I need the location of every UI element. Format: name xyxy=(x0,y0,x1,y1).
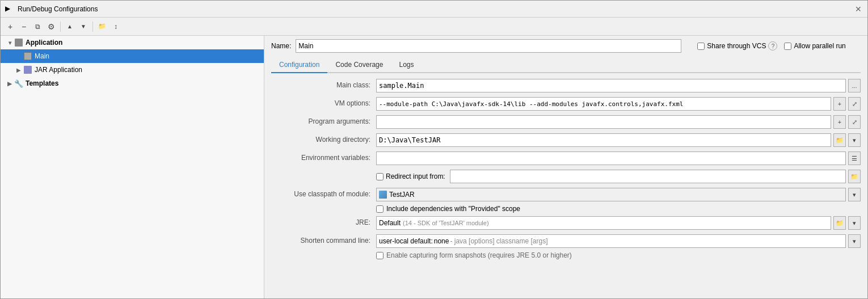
jre-control: Default (14 - SDK of 'TestJAR' module) 📁… xyxy=(376,216,861,230)
window-icon: ▶ xyxy=(5,5,14,14)
working-directory-browse-button[interactable]: 📁 xyxy=(833,133,846,147)
jar-application-label: JAR Application xyxy=(35,66,82,74)
allow-parallel-label: Allow parallel run xyxy=(794,42,845,50)
allow-parallel-group: Allow parallel run xyxy=(784,42,845,50)
main-class-control: ... xyxy=(376,79,861,92)
jre-field[interactable]: Default (14 - SDK of 'TestJAR' module) xyxy=(376,216,831,230)
shorten-cmd-value: none xyxy=(434,237,449,245)
vm-options-add-button[interactable]: + xyxy=(833,97,846,111)
templates-label: Templates xyxy=(26,79,58,87)
arrow-placeholder-main xyxy=(14,52,23,61)
redirect-input-spacer xyxy=(271,170,376,172)
program-arguments-control: + ⤢ xyxy=(376,115,861,129)
name-label: Name: xyxy=(271,42,291,50)
header-options: Share through VCS ? Allow parallel run xyxy=(697,41,845,50)
program-arguments-label: Program arguments: xyxy=(271,115,376,125)
classpath-dropdown-button[interactable]: ▾ xyxy=(848,188,861,201)
settings-button[interactable]: ⚙ xyxy=(45,20,57,33)
capture-snapshots-checkbox[interactable] xyxy=(376,252,384,259)
redirect-input-field[interactable] xyxy=(450,170,846,183)
name-input[interactable] xyxy=(296,39,681,53)
classpath-dropdown[interactable]: TestJAR xyxy=(376,188,846,201)
toolbar-separator-1 xyxy=(60,22,61,32)
main-class-browse-button[interactable]: ... xyxy=(848,79,861,92)
jre-dropdown-button[interactable]: ▾ xyxy=(848,216,861,230)
toolbar-separator-2 xyxy=(92,22,93,32)
vm-options-control: + ⤢ xyxy=(376,97,861,111)
move-to-group-button[interactable]: 📁 xyxy=(96,20,108,33)
share-vcs-checkbox[interactable] xyxy=(697,43,705,50)
right-panel: Name: Share through VCS ? Allow parallel… xyxy=(264,36,867,298)
redirect-input-row: Redirect input from: 📁 xyxy=(271,169,861,184)
expand-arrow-application: ▾ xyxy=(5,38,14,47)
config-panel: Main class: ... VM options: + ⤢ xyxy=(271,73,861,295)
tab-logs[interactable]: Logs xyxy=(391,57,422,73)
working-directory-input[interactable] xyxy=(376,133,831,147)
include-deps-checkbox[interactable] xyxy=(376,205,384,213)
sidebar-item-main[interactable]: Main xyxy=(1,49,264,63)
expand-arrow-jar: ▶ xyxy=(14,65,23,74)
shorten-cmd-suffix: - java [options] classname [args] xyxy=(450,237,547,245)
share-vcs-help-button[interactable]: ? xyxy=(768,41,777,50)
jre-browse-button[interactable]: 📁 xyxy=(833,216,846,230)
jre-label: JRE: xyxy=(271,216,376,226)
program-args-add-button[interactable]: + xyxy=(833,115,846,129)
close-button[interactable]: ✕ xyxy=(854,5,863,14)
include-deps-row: Include dependencies with "Provided" sco… xyxy=(376,205,861,213)
main-label: Main xyxy=(35,52,49,60)
classpath-control: TestJAR ▾ xyxy=(376,188,861,201)
capture-snapshots-label: Enable capturing form snapshots (require… xyxy=(386,251,572,259)
title-bar-left: ▶ Run/Debug Configurations xyxy=(5,5,98,14)
tab-configuration[interactable]: Configuration xyxy=(271,57,327,73)
remove-config-button[interactable]: − xyxy=(18,20,30,33)
application-icon xyxy=(14,38,23,47)
redirect-input-browse-button[interactable]: 📁 xyxy=(848,170,861,183)
program-args-expand-button[interactable]: ⤢ xyxy=(848,115,861,129)
application-label: Application xyxy=(26,39,62,47)
expand-arrow-templates: ▶ xyxy=(5,79,14,88)
module-icon xyxy=(379,191,387,199)
shorten-cmd-control: user-local default: none - java [options… xyxy=(376,234,861,248)
include-deps-label: Include dependencies with "Provided" sco… xyxy=(386,205,520,213)
sort-button[interactable]: ↕ xyxy=(109,20,122,33)
sidebar-item-templates[interactable]: ▶ 🔧 Templates xyxy=(1,77,264,90)
environment-variables-control: ☰ xyxy=(376,151,861,165)
shorten-cmd-dropdown-button[interactable]: ▾ xyxy=(848,234,861,248)
wrench-icon: 🔧 xyxy=(14,79,23,88)
sidebar-item-jar-application[interactable]: ▶ JAR Application xyxy=(1,63,264,77)
run-debug-configurations-window: ▶ Run/Debug Configurations ✕ + − ⧉ ⚙ ▲ ▼… xyxy=(0,0,868,299)
allow-parallel-checkbox[interactable] xyxy=(784,43,791,50)
shorten-cmd-field[interactable]: user-local default: none - java [options… xyxy=(376,234,846,248)
vm-options-expand-button[interactable]: ⤢ xyxy=(848,97,861,111)
environment-variables-row: Environment variables: ☰ xyxy=(271,150,861,166)
main-class-input[interactable] xyxy=(376,79,846,92)
toolbar: + − ⧉ ⚙ ▲ ▼ 📁 ↕ xyxy=(1,18,867,36)
sidebar-item-application[interactable]: ▾ Application xyxy=(1,36,264,49)
move-down-button[interactable]: ▼ xyxy=(77,20,90,33)
jre-default-text: Default xyxy=(379,219,401,227)
vm-options-input[interactable] xyxy=(376,97,831,111)
jre-detail-text: (14 - SDK of 'TestJAR' module) xyxy=(403,220,489,226)
tab-code-coverage[interactable]: Code Coverage xyxy=(327,57,391,73)
vm-options-row: VM options: + ⤢ xyxy=(271,96,861,112)
share-vcs-label: Share through VCS xyxy=(707,42,766,50)
copy-config-button[interactable]: ⧉ xyxy=(31,20,44,33)
environment-variables-edit-button[interactable]: ☰ xyxy=(848,151,861,165)
jre-row: JRE: Default (14 - SDK of 'TestJAR' modu… xyxy=(271,215,861,231)
program-arguments-input[interactable] xyxy=(376,115,831,129)
module-name: TestJAR xyxy=(389,191,415,199)
redirect-input-control: Redirect input from: 📁 xyxy=(376,170,861,183)
shorten-cmd-label: Shorten command line: xyxy=(271,234,376,245)
working-directory-dropdown-button[interactable]: ▾ xyxy=(848,133,861,147)
move-up-button[interactable]: ▲ xyxy=(64,20,76,33)
working-directory-control: 📁 ▾ xyxy=(376,133,861,147)
main-config-icon xyxy=(23,52,32,61)
main-class-row: Main class: ... xyxy=(271,78,861,94)
share-vcs-group: Share through VCS ? xyxy=(697,41,777,50)
bottom-checkbox-row: Enable capturing form snapshots (require… xyxy=(376,251,861,259)
redirect-input-checkbox[interactable] xyxy=(376,173,384,180)
add-config-button[interactable]: + xyxy=(4,20,16,33)
environment-variables-input[interactable] xyxy=(376,151,846,165)
jar-icon xyxy=(23,65,32,74)
shorten-cmd-prefix: user-local default: xyxy=(379,237,433,245)
